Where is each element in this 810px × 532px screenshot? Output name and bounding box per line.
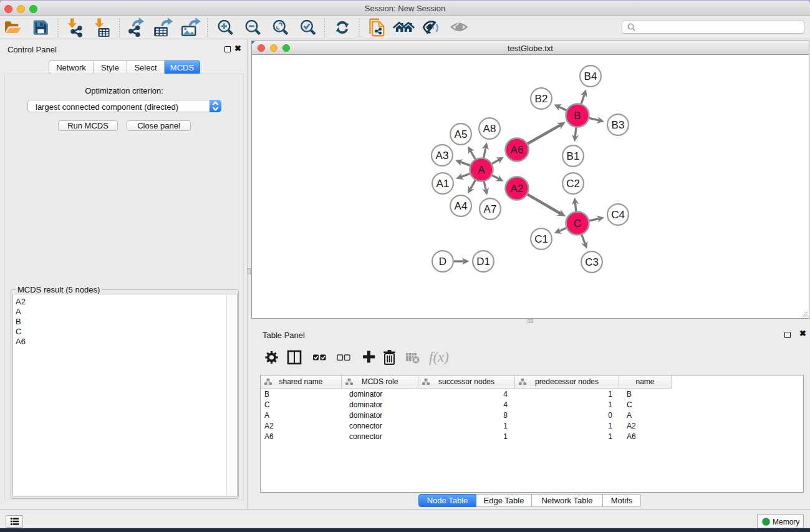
svg-text:D: D [439, 256, 446, 268]
svg-text:A3: A3 [436, 150, 449, 162]
svg-text:A2: A2 [511, 183, 524, 195]
svg-text:B2: B2 [535, 93, 548, 105]
svg-text:A4: A4 [455, 200, 468, 212]
svg-text:B1: B1 [567, 150, 580, 162]
svg-text:A7: A7 [484, 203, 497, 215]
svg-text:C: C [574, 218, 581, 230]
svg-text:C1: C1 [534, 233, 548, 245]
svg-text:B: B [574, 110, 581, 122]
svg-text:D1: D1 [476, 256, 490, 268]
svg-text:B4: B4 [584, 70, 597, 82]
svg-text:B3: B3 [612, 119, 625, 131]
svg-text:f(x): f(x) [429, 349, 449, 365]
svg-text:C3: C3 [585, 256, 599, 268]
svg-text:C2: C2 [566, 178, 580, 190]
svg-text:A: A [478, 164, 485, 176]
svg-text:A1: A1 [436, 178, 450, 190]
svg-text:C4: C4 [611, 209, 625, 221]
svg-text:A8: A8 [483, 123, 496, 135]
svg-text:A6: A6 [511, 144, 524, 156]
svg-text:A5: A5 [455, 128, 468, 140]
